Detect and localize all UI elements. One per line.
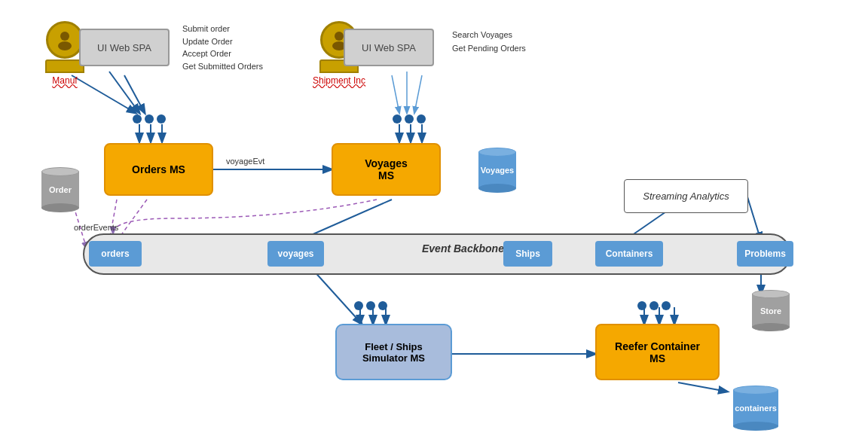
dot12 [662, 301, 671, 310]
ships-topic: Ships [503, 241, 552, 267]
voyages-ms-box: Voyages MS [332, 143, 441, 196]
manuf-ui-spa: UI Web SPA [79, 29, 170, 66]
voyages-ms-dots [393, 114, 426, 123]
dot1 [133, 114, 142, 123]
dot6 [417, 114, 426, 123]
shipment-label: Shipment Inc [313, 75, 365, 86]
diagram-container: Manuf UI Web SPA Submit order Update Ord… [0, 0, 868, 442]
svg-point-35 [335, 32, 344, 41]
manuf-actions-label: Submit order Update Order Accept Order G… [182, 23, 263, 72]
voyages-topic: voyages [267, 241, 324, 267]
dot5 [405, 114, 414, 123]
shipment-ui-spa: UI Web SPA [344, 29, 434, 66]
dot11 [649, 301, 659, 310]
dot10 [637, 301, 646, 310]
fleet-sim-dots [354, 301, 387, 310]
shipment-actions-label: Search Voyages Get Pending Orders [452, 29, 526, 55]
svg-line-7 [392, 75, 399, 113]
dot8 [366, 301, 375, 310]
containers-topic: Containers [595, 241, 663, 267]
order-events-label: orderEvents [74, 223, 118, 232]
svg-line-31 [678, 383, 727, 392]
containers-db: containers [729, 386, 782, 431]
orders-ms-box: Orders MS [104, 143, 213, 196]
svg-line-2 [124, 75, 145, 113]
reefer-ms-box: Reefer Container MS [595, 324, 720, 380]
store-db: Store [748, 290, 793, 331]
dot2 [145, 114, 154, 123]
svg-point-33 [60, 32, 69, 41]
problems-topic: Problems [737, 241, 793, 267]
dot4 [393, 114, 402, 123]
dot7 [354, 301, 363, 310]
streaming-analytics-box: Streaming Analytics [624, 179, 748, 213]
manuf-label: Manuf [52, 75, 77, 86]
reefer-ms-dots [637, 301, 671, 310]
voyages-db: Voyages [475, 148, 520, 193]
svg-point-34 [58, 41, 72, 50]
svg-line-1 [109, 72, 139, 113]
voyage-evt-label: voyageEvt [226, 157, 264, 166]
order-db: Order [38, 167, 83, 212]
fleet-sim-box: Fleet / Ships Simulator MS [335, 324, 452, 380]
event-backbone-label: Event Backbone [422, 242, 504, 255]
dot3 [157, 114, 166, 123]
orders-ms-dots [133, 114, 166, 123]
dot9 [378, 301, 387, 310]
svg-line-23 [313, 270, 362, 324]
orders-topic: orders [89, 241, 142, 267]
svg-line-9 [414, 75, 422, 113]
